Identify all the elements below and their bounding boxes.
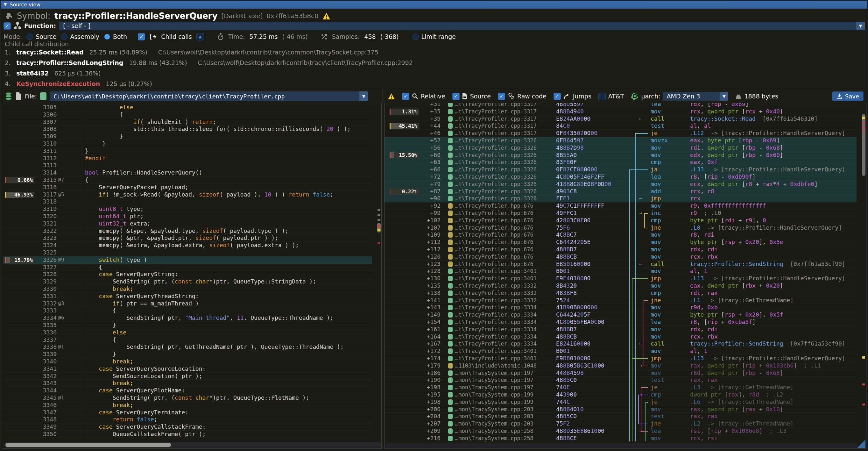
source-line[interactable]: 3323memcpy( &ptr, &payload.ptr, sizeof( … (3, 234, 372, 242)
source-line[interactable]: 3311} (3, 147, 372, 155)
asm-row[interactable]: +209…mon\TracySystem.cpp:258488D35E88610… (384, 427, 857, 435)
source-line[interactable]: 3328case ServerQueryString: (3, 271, 372, 278)
asm-row[interactable]: +63…t\TracyProfiler.cpp:332683F80Fcmpeax… (384, 159, 857, 166)
source-line[interactable]: 3325 (3, 249, 372, 257)
asm-row[interactable]: +143…t\TracyProfiler.cpp:333441B90B00000… (384, 304, 857, 311)
source-line[interactable]: 3322memcpy( &type, &payload.type, sizeof… (3, 228, 372, 235)
jumps-checkbox[interactable]: ✓ Jumps (554, 93, 591, 100)
source-line[interactable]: 3329SendString( ptr, (const char*)ptr, Q… (3, 278, 372, 285)
asm-row[interactable]: +190…mon\TracySystem.cpp:1974885C0testra… (384, 377, 857, 384)
assembly-vertical-scrollbar[interactable] (862, 104, 866, 442)
source-line[interactable]: 3319uint8_t type; (3, 205, 372, 213)
source-line[interactable]: 3307if( shouldExit ) return; (3, 119, 372, 126)
asm-row[interactable]: +72…t\TracyProfiler.cpp:33264C8D05F146F2… (384, 173, 857, 181)
radio-assembly[interactable]: Assembly (61, 33, 99, 40)
source-line[interactable]: 3335} (3, 322, 372, 329)
asm-row[interactable]: +112…t\TracyProfiler.hpp:676C64424205Emo… (384, 239, 857, 246)
source-line[interactable]: 3313 (3, 162, 372, 169)
asm-row[interactable]: +52…t\TracyProfiler.cpp:33260FB64597movz… (384, 137, 857, 144)
asm-row[interactable]: +164…t\TracyProfiler.cpp:3334488BCBmovrc… (384, 333, 857, 340)
source-line[interactable]: 3309} (3, 133, 372, 140)
asm-row[interactable]: +46…t\TracyProfiler.cpp:33170F8435020000… (384, 130, 857, 137)
function-combo[interactable]: [ - self - ] ▼ (59, 22, 865, 30)
asm-row[interactable]: +161…t\TracyProfiler.cpp:3334488BD7movrd… (384, 326, 857, 333)
source-line[interactable]: 3343break; (3, 380, 372, 387)
asm-row[interactable]: +92…t\TracyProfiler.hpp:67649C7C1FFFFFFF… (384, 202, 857, 210)
asm-row[interactable]: +216…mon\TracySystem.cpp:258488BCEmovrcx… (384, 435, 857, 442)
source-line[interactable]: 3333{ (3, 307, 372, 314)
source-line[interactable]: 3332@3if( ptr == m_mainThread ) (3, 300, 372, 307)
source-line[interactable]: 3346break; (3, 402, 372, 409)
asm-row[interactable]: +31…t\TracyProfiler.cpp:3317488D5597lear… (384, 103, 857, 108)
asm-row[interactable]: +117…t\TracyProfiler.hpp:676488BD7movrdx… (384, 246, 857, 253)
child-call-row[interactable]: 4.KeSynchronizeExecution125 µs (0.27%) (5, 80, 152, 87)
child-calls-checkbox[interactable]: ✓ (138, 33, 145, 40)
source-line[interactable]: 3305else (3, 104, 372, 111)
asm-row[interactable]: +198…mon\TracySystem.cpp:199744Cje.L6 ->… (384, 398, 857, 406)
source-line[interactable]: 3347case ServerQueryTerminate: (3, 409, 372, 416)
asm-row[interactable]: +66…t\TracyProfiler.cpp:33260F87CE060000… (384, 166, 857, 173)
source-line[interactable]: 3330break; (3, 285, 372, 293)
asm-row[interactable]: +109…t\TracyProfiler.hpp:6764C8BC7movr8,… (384, 231, 857, 239)
source-line[interactable]: 3348return false; (3, 416, 372, 423)
asm-row[interactable]: +135…t\TracyProfiler.cpp:33328B4320movea… (384, 282, 857, 290)
source-line[interactable]: 3334@6SendString( ptr, "Main thread", 11… (3, 314, 372, 322)
asm-row[interactable]: +123…t\TracyProfiler.hpp:676E850160000←c… (384, 261, 857, 268)
resize-handle[interactable] (857, 440, 865, 448)
asm-row[interactable]: 1.31%+35…t\TracyProfiler.cpp:3317488B494… (384, 108, 857, 115)
titlebar[interactable]: ▼ Source view (1, 1, 867, 9)
source-horizontal-scrollbar[interactable] (4, 442, 381, 448)
source-line[interactable]: 0.66%3315@7{ (3, 176, 372, 184)
source-vertical-scrollbar[interactable] (377, 104, 381, 442)
att-checkbox[interactable]: AT&T (598, 93, 624, 100)
asm-row[interactable]: +120…t\TracyProfiler.hpp:676488BCBmovrcx… (384, 253, 857, 261)
source-checkbox[interactable]: ✓ Source (452, 93, 491, 100)
source-line[interactable]: 3342SendSourceLocation( ptr ); (3, 373, 372, 380)
scrollbar-thumb[interactable] (5, 443, 171, 447)
source-line[interactable]: 3312#endif (3, 155, 372, 162)
asm-row[interactable]: +204…mon\TracySystem.cpp:2034885C0testra… (384, 413, 857, 420)
chevron-down-icon[interactable]: ▼ (856, 22, 865, 30)
source-line[interactable]: 3316ServerQueryPacket payload; (3, 184, 372, 191)
source-line[interactable]: 3320uint64_t ptr; (3, 213, 372, 220)
source-line[interactable]: 3318 (3, 198, 372, 205)
collapse-child-calls-button[interactable]: ▲ (196, 33, 204, 40)
pane-divider[interactable] (382, 89, 383, 448)
source-line[interactable]: 3339} (3, 351, 372, 358)
asm-row[interactable]: +90…t\TracyProfiler.cpp:3326FFE1←jmprcx (384, 195, 857, 202)
asm-row[interactable]: +138…t\TracyProfiler.cpp:3332483BF8cmprd… (384, 290, 857, 297)
asm-row[interactable]: +186…mon\TracySystem.cpp:197448B4598movr… (384, 369, 857, 377)
source-line[interactable]: 46.93%3317@5if( !m_sock->Read( &payload,… (3, 191, 372, 199)
asm-row[interactable]: +99…t\TracyProfiler.hpp:67649FFC1→incr9 … (384, 210, 857, 217)
asm-row[interactable]: 0.22%+87…t\TracyProfiler.cpp:33264903C8a… (384, 188, 857, 195)
relative-checkbox[interactable]: ✓ Relative (402, 93, 445, 100)
source-line[interactable]: 3308std::this_thread::sleep_for( std::ch… (3, 125, 372, 133)
asm-row[interactable]: +200…mon\TracySystem.cpp:203488B4010movr… (384, 406, 857, 413)
asm-row[interactable]: +128…t\TracyProfiler.cpp:3401B001moval, … (384, 268, 857, 275)
source-line[interactable]: 3350QueueCallstackFrame( ptr ); (3, 431, 372, 438)
radio-both[interactable]: Both (104, 33, 127, 40)
radio-source[interactable]: Source (26, 33, 56, 40)
asm-row[interactable]: +107…t\TracyProfiler.hpp:67675F6jne.L0 -… (384, 224, 857, 232)
asm-row[interactable]: +207…mon\TracySystem.cpp:20375F2jne.L2 -… (384, 420, 857, 427)
collapse-icon[interactable]: ▼ (4, 1, 7, 9)
limit-range-checkbox[interactable]: Limit range (412, 33, 456, 40)
asm-row[interactable]: 15.50%+60…t\TracyProfiler.cpp:33268B55A0… (384, 152, 857, 159)
source-line[interactable]: 3338@1SendString( ptr, GetThreadName( pt… (3, 343, 372, 351)
asm-row[interactable]: +102…t\TracyProfiler.hpp:67642803C0F00cm… (384, 217, 857, 224)
asm-row[interactable]: +193…mon\TracySystem.cpp:197740Eje.L3 ->… (384, 384, 857, 391)
file-combo[interactable]: C:\Users\wolf\Desktop\darkrl\contrib\tra… (50, 91, 368, 101)
asm-row[interactable]: +174…t\TracyProfiler.cpp:3401E9B8010000j… (384, 355, 857, 362)
source-line[interactable]: 3331case ServerQueryThreadString: (3, 293, 372, 300)
asm-row[interactable]: +39…t\TracyProfiler.cpp:3317E824AA0000←c… (384, 115, 857, 123)
asm-row[interactable]: +167…t\TracyProfiler.cpp:3334E824160000←… (384, 340, 857, 348)
source-line[interactable]: 3349case ServerQueryCallstackFrame: (3, 423, 372, 431)
source-line[interactable]: 3337{ (3, 336, 372, 344)
source-line[interactable]: 3321uint32_t extra; (3, 220, 372, 228)
asm-row[interactable]: +172…t\TracyProfiler.cpp:3401B001moval, … (384, 348, 857, 355)
chevron-down-icon[interactable]: ▼ (720, 92, 728, 101)
function-checkbox[interactable]: ✓ (3, 22, 11, 30)
chevron-down-icon[interactable]: ▼ (359, 91, 368, 101)
uarch-combo[interactable]: AMD Zen 3 ▼ (663, 92, 728, 101)
child-call-row[interactable]: 2.tracy::Profiler::SendLongString19.88 m… (5, 59, 413, 66)
